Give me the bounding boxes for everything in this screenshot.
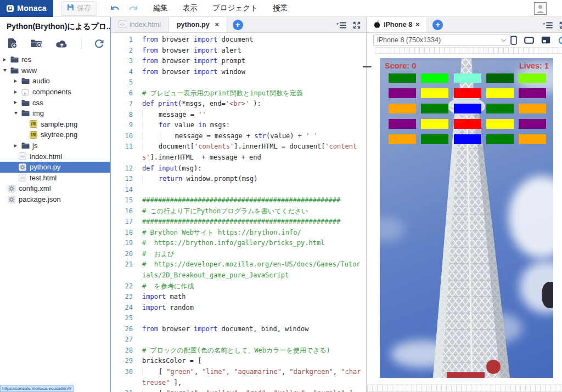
game-canvas[interactable]: Score: 0 Lives: 1 — [380, 58, 553, 378]
expand-icon[interactable] — [559, 21, 562, 29]
code-text[interactable]: return window.prompt(msg) — [142, 174, 363, 185]
code-line[interactable]: 28# ブロックの配置(色の名前として、Webカラーを使用できる) — [111, 345, 366, 356]
code-line[interactable]: 29bricksColor = [ — [111, 356, 366, 367]
code-text[interactable]: ########################################… — [142, 217, 363, 228]
new-tab-button[interactable]: + — [233, 20, 243, 30]
code-text[interactable]: message = '' — [142, 110, 363, 121]
code-text[interactable]: # および — [142, 249, 363, 260]
code-line[interactable]: 3from browser import prompt — [111, 56, 366, 67]
code-text[interactable] — [142, 77, 363, 88]
tree-item-res[interactable]: res — [0, 54, 110, 65]
code-text[interactable]: # Brython Webサイト https://brython.info/ — [142, 228, 363, 238]
code-text[interactable]: from browser import prompt — [142, 56, 363, 67]
monaca-logo[interactable]: Monaca — [0, 0, 53, 17]
refresh-icon[interactable] — [94, 38, 104, 49]
tab-index-html[interactable]: <> index.html — [111, 17, 169, 32]
menu-project[interactable]: プロジェクト — [212, 3, 258, 13]
code-text[interactable]: # https://developer.mozilla.org/en-US/do… — [142, 259, 363, 281]
landscape-icon[interactable] — [524, 37, 534, 44]
code-text[interactable] — [142, 313, 363, 324]
code-line[interactable]: 18# Brython Webサイト https://brython.info/ — [111, 228, 366, 238]
tree-item-img[interactable]: img — [0, 108, 110, 119]
code-text[interactable]: # この行より下にPythonプログラムを書いてください — [142, 206, 363, 217]
code-text[interactable]: [ "purple", "yellow", "red", "yellow", "… — [142, 388, 363, 392]
redo-icon[interactable] — [128, 4, 139, 12]
code-text[interactable]: bricksColor = [ — [142, 356, 363, 367]
chevron-right-icon[interactable] — [14, 90, 21, 94]
tree-item-package-json[interactable]: package.json — [0, 194, 110, 205]
code-text[interactable]: from browser import alert — [142, 46, 363, 56]
tree-item-config-xml[interactable]: config.xml — [0, 183, 110, 194]
close-tab-icon[interactable]: × — [415, 21, 419, 29]
menu-edit[interactable]: 編集 — [153, 3, 168, 13]
tab-python-py[interactable]: python.py × — [169, 17, 227, 32]
device-select[interactable]: iPhone 8 (750x1334) — [373, 35, 510, 46]
code-line[interactable]: 23import math — [111, 292, 366, 303]
tree-item-audio[interactable]: audio — [0, 76, 110, 87]
close-tab-icon[interactable]: × — [215, 21, 219, 29]
tree-item-index-html[interactable]: <>index.html — [0, 151, 110, 162]
code-line[interactable]: 10 message = message + str(value) + ' ' — [111, 131, 366, 142]
code-text[interactable]: # プレビュー表示用のprint関数とinput関数を定義 — [142, 88, 363, 99]
code-line[interactable]: 22# を参考に作成 — [111, 281, 366, 292]
code-line[interactable]: 16# この行より下にPythonプログラムを書いてください — [111, 206, 366, 217]
chevron-right-icon[interactable] — [14, 79, 21, 83]
portrait-icon[interactable] — [510, 36, 517, 45]
detach-icon[interactable] — [541, 36, 550, 44]
code-text[interactable]: from browser import document, bind, wind… — [142, 324, 363, 335]
code-text[interactable]: # を参考に作成 — [142, 281, 363, 292]
tree-item-js[interactable]: js — [0, 140, 110, 151]
save-button[interactable]: 保存 — [61, 1, 97, 16]
code-line[interactable]: 7def print(*msgs, end='<br>' ): — [111, 99, 366, 110]
code-text[interactable]: [ "green", "lime", "aquamarine", "darkgr… — [142, 367, 363, 388]
tree-item-www[interactable]: www — [0, 65, 110, 76]
code-line[interactable]: 13 return window.prompt(msg) — [111, 174, 366, 185]
new-preview-button[interactable]: + — [432, 20, 443, 30]
reload-icon[interactable] — [558, 36, 562, 45]
tab-iphone8[interactable]: iPhone 8 × — [367, 17, 427, 32]
cloud-upload-icon[interactable] — [55, 39, 68, 48]
code-line[interactable]: 1from browser import document — [111, 35, 366, 46]
code-text[interactable]: from browser import document — [142, 35, 363, 46]
code-line[interactable]: 2from browser import alert — [111, 46, 366, 56]
code-editor[interactable]: 1from browser import document2from brows… — [111, 33, 366, 392]
menu-view[interactable]: 表示 — [183, 3, 198, 13]
menu-class[interactable]: 授業 — [273, 3, 288, 13]
code-line[interactable]: 4from browser import window — [111, 67, 366, 78]
avatar[interactable] — [534, 2, 547, 15]
code-text[interactable]: document['contents'].innerHTML = documen… — [142, 141, 363, 163]
new-file-icon[interactable] — [8, 38, 17, 49]
code-line[interactable]: 26from browser import document, bind, wi… — [111, 324, 366, 335]
tree-item-sample-png[interactable]: sample.png — [0, 119, 110, 130]
code-text[interactable]: def print(*msgs, end='<br>' ): — [142, 99, 363, 110]
tree-item-skytree-png[interactable]: skytree.png — [0, 129, 110, 140]
code-text[interactable]: message = message + str(value) + ' ' — [142, 131, 363, 142]
code-line[interactable]: 17######################################… — [111, 217, 366, 228]
code-text[interactable]: import math — [142, 292, 363, 303]
code-text[interactable]: # https://brython.info/gallery/bricks_py… — [142, 238, 363, 249]
chevron-right-icon[interactable] — [14, 144, 21, 147]
list-menu-icon[interactable] — [543, 22, 553, 29]
code-line[interactable]: 24import random — [111, 303, 366, 314]
tree-item-css[interactable]: css — [0, 97, 110, 108]
code-text[interactable] — [142, 334, 363, 345]
code-text[interactable] — [142, 185, 363, 196]
chevron-right-icon[interactable] — [14, 101, 21, 104]
tree-item-test-html[interactable]: <>test.html — [0, 173, 110, 184]
tree-item-components[interactable]: jscomponents — [0, 87, 110, 98]
code-line[interactable]: 25 — [111, 313, 366, 324]
code-line[interactable]: 31 [ "purple", "yellow", "red", "yellow"… — [111, 388, 366, 392]
chevron-down-icon[interactable] — [3, 69, 10, 72]
chevron-down-icon[interactable] — [14, 112, 21, 115]
undo-icon[interactable] — [109, 4, 120, 12]
code-line[interactable]: 14 — [111, 185, 366, 196]
code-line[interactable]: 12def input(msg): — [111, 163, 366, 174]
code-text[interactable]: ########################################… — [142, 195, 363, 206]
code-line[interactable]: 27 — [111, 334, 366, 345]
code-text[interactable]: for value in msgs: — [142, 120, 363, 131]
code-text[interactable]: def input(msg): — [142, 163, 363, 174]
chevron-right-icon[interactable] — [3, 58, 10, 61]
tree-item-python-py[interactable]: python.py — [0, 162, 110, 173]
code-line[interactable]: 30 [ "green", "lime", "aquamarine", "dar… — [111, 367, 366, 388]
panel-resize-handle[interactable] — [363, 66, 372, 67]
